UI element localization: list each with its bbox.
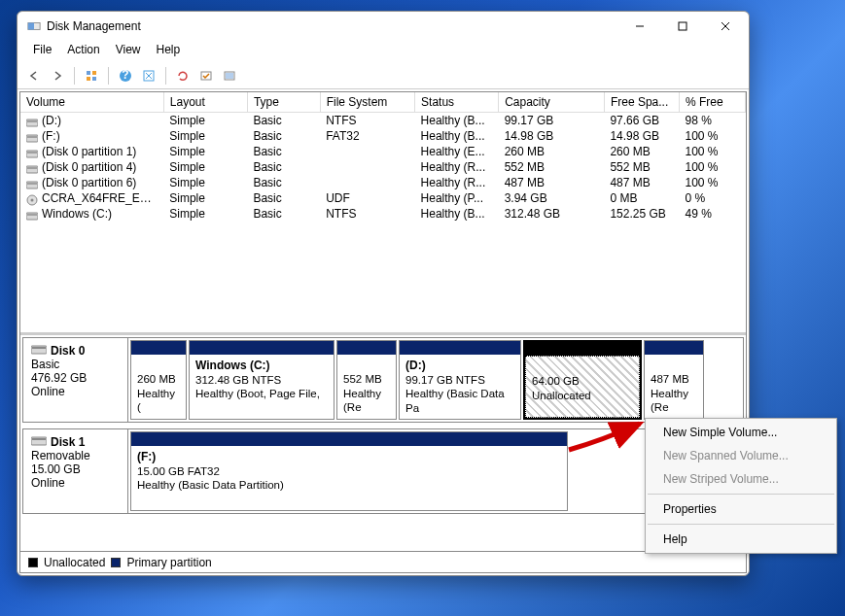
legend: Unallocated Primary partition [20, 551, 746, 572]
volume-row[interactable]: Windows (C:)SimpleBasicNTFSHealthy (B...… [20, 206, 746, 222]
help-icon[interactable]: ? [115, 65, 136, 86]
svg-rect-9 [92, 77, 96, 81]
svg-rect-35 [32, 438, 46, 440]
disk-management-window: Disk Management File Action View Help ? … [17, 11, 750, 576]
minimize-button[interactable] [618, 13, 661, 40]
ctx-new-spanned-volume: New Spanned Volume... [646, 444, 836, 467]
close-button[interactable] [704, 13, 747, 40]
partition[interactable]: 260 MBHealthy ( [130, 340, 187, 420]
disk-row: Disk 1Removable15.00 GBOnline(F:)15.00 G… [22, 428, 744, 514]
svg-rect-27 [27, 183, 37, 185]
svg-rect-31 [27, 214, 37, 216]
svg-rect-19 [27, 120, 37, 122]
menu-action[interactable]: Action [59, 41, 107, 62]
ctx-help[interactable]: Help [646, 528, 836, 551]
column-header[interactable]: % Free [679, 92, 745, 113]
volume-row[interactable]: (D:)SimpleBasicNTFSHealthy (B...99.17 GB… [20, 113, 746, 129]
column-header[interactable]: Capacity [499, 92, 605, 113]
context-menu: New Simple Volume... New Spanned Volume.… [645, 418, 837, 554]
column-header[interactable]: Type [247, 92, 320, 113]
partition[interactable]: 552 MBHealthy (Re [336, 340, 397, 420]
menu-view[interactable]: View [108, 41, 149, 62]
partition[interactable]: (D:)99.17 GB NTFSHealthy (Basic Data Pa [399, 340, 521, 420]
svg-rect-1 [28, 23, 34, 30]
volume-row[interactable]: (Disk 0 partition 1)SimpleBasicHealthy (… [20, 144, 746, 159]
drive-icon [26, 210, 38, 220]
ctx-new-simple-volume[interactable]: New Simple Volume... [646, 421, 836, 444]
disk-label[interactable]: Disk 1Removable15.00 GBOnline [23, 429, 128, 513]
drive-icon [26, 117, 38, 126]
refresh-icon[interactable] [172, 65, 194, 86]
column-header[interactable]: Status [415, 92, 499, 113]
svg-rect-8 [87, 77, 90, 81]
svg-rect-21 [27, 136, 37, 138]
volume-list[interactable]: VolumeLayoutTypeFile SystemStatusCapacit… [20, 92, 746, 335]
settings-icon[interactable] [138, 65, 159, 86]
app-icon [27, 19, 41, 33]
column-header[interactable]: Volume [20, 92, 163, 113]
svg-rect-3 [679, 22, 687, 30]
column-header[interactable]: Layout [163, 92, 247, 113]
volume-row[interactable]: (F:)SimpleBasicFAT32Healthy (B...14.98 G… [20, 128, 746, 144]
volume-row[interactable]: CCRA_X64FRE_EN...SimpleBasicUDFHealthy (… [20, 190, 746, 206]
drive-icon [26, 163, 38, 173]
svg-rect-7 [92, 71, 96, 75]
disk-graphical-view[interactable]: Disk 0Basic476.92 GBOnline260 MBHealthy … [20, 335, 746, 551]
disk-row: Disk 0Basic476.92 GBOnline260 MBHealthy … [22, 337, 744, 423]
content-area: VolumeLayoutTypeFile SystemStatusCapacit… [19, 91, 747, 573]
titlebar[interactable]: Disk Management [18, 12, 749, 41]
svg-rect-6 [87, 71, 90, 75]
disk-label[interactable]: Disk 0Basic476.92 GBOnline [23, 338, 128, 422]
legend-primary-label: Primary partition [126, 556, 211, 569]
legend-unallocated-swatch [28, 558, 38, 567]
toolbar: ? [18, 62, 749, 89]
maximize-button[interactable] [661, 13, 704, 40]
svg-point-29 [31, 198, 34, 201]
svg-rect-25 [27, 167, 37, 169]
drive-icon [26, 194, 38, 204]
window-title: Disk Management [47, 19, 618, 33]
volume-row[interactable]: (Disk 0 partition 4)SimpleBasicHealthy (… [20, 159, 746, 175]
drive-icon [26, 132, 38, 142]
disk-icon [31, 435, 47, 445]
svg-rect-23 [27, 152, 37, 154]
checklist-icon[interactable] [195, 65, 217, 86]
partition[interactable]: 487 MBHealthy (Re [644, 340, 704, 420]
legend-unallocated-label: Unallocated [44, 556, 105, 569]
menu-help[interactable]: Help [149, 41, 189, 62]
volume-row[interactable]: (Disk 0 partition 6)SimpleBasicHealthy (… [20, 175, 746, 190]
column-header[interactable]: File System [320, 92, 414, 113]
toolbar-grid-icon[interactable] [81, 65, 102, 86]
menu-file[interactable]: File [25, 41, 59, 62]
forward-button[interactable] [47, 65, 68, 86]
back-button[interactable] [23, 65, 45, 86]
ctx-new-striped-volume: New Striped Volume... [646, 467, 836, 491]
ctx-properties[interactable]: Properties [646, 497, 836, 521]
svg-rect-33 [32, 347, 46, 349]
svg-text:?: ? [122, 69, 128, 82]
drive-icon [26, 148, 38, 157]
list-icon[interactable] [219, 65, 240, 86]
menubar: File Action View Help [18, 41, 749, 62]
partition[interactable]: (F:)15.00 GB FAT32Healthy (Basic Data Pa… [130, 431, 568, 511]
legend-primary-swatch [111, 558, 121, 567]
column-header[interactable]: Free Spa... [604, 92, 679, 113]
drive-icon [26, 179, 38, 188]
disk-icon [31, 344, 47, 354]
partition[interactable]: Windows (C:)312.48 GB NTFSHealthy (Boot,… [189, 340, 334, 420]
partition-unallocated[interactable]: 64.00 GBUnallocated [523, 340, 642, 420]
